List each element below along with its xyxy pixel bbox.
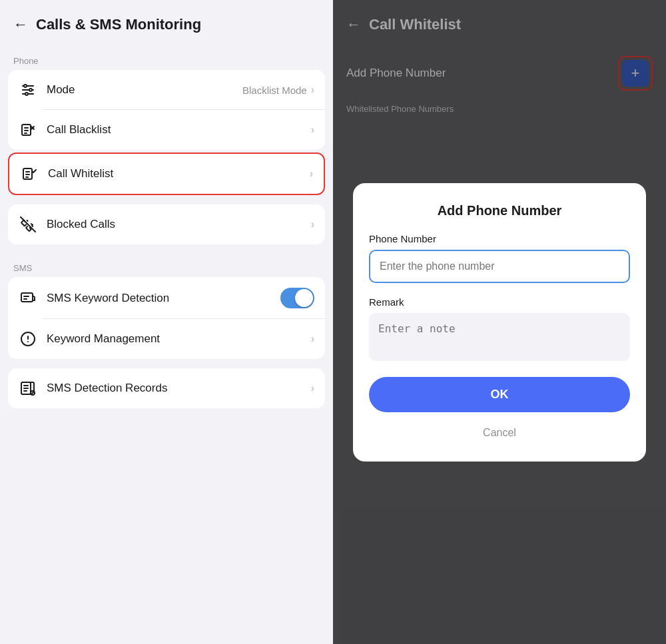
remark-input[interactable] bbox=[369, 313, 630, 361]
cancel-button[interactable]: Cancel bbox=[369, 420, 630, 446]
svg-point-4 bbox=[29, 89, 32, 91]
svg-rect-17 bbox=[21, 293, 33, 302]
left-panel: ← Calls & SMS Monitoring Phone Mode Blac… bbox=[0, 0, 333, 644]
modal-title: Add Phone Number bbox=[369, 203, 630, 218]
modal-overlay: Add Phone Number Phone Number Remark OK … bbox=[333, 0, 666, 644]
call-blacklist-chevron: › bbox=[311, 124, 314, 136]
mode-label: Mode bbox=[47, 83, 242, 97]
sms-keyword-toggle[interactable] bbox=[280, 288, 314, 308]
sidebar-item-call-blacklist[interactable]: Call Blacklist › bbox=[8, 110, 325, 150]
sms-menu-card: SMS Keyword Detection Keyword Management… bbox=[8, 277, 325, 359]
sms-section-label: SMS bbox=[0, 254, 333, 277]
sms-icon bbox=[19, 289, 37, 308]
phone-section-label: Phone bbox=[0, 47, 333, 70]
sms-keyword-label: SMS Keyword Detection bbox=[47, 292, 280, 305]
sms-records-icon bbox=[19, 379, 37, 398]
keyword-mgmt-chevron: › bbox=[311, 333, 314, 345]
sliders-icon bbox=[19, 81, 37, 99]
blocked-calls-card: Blocked Calls › bbox=[8, 204, 325, 244]
blocked-calls-chevron: › bbox=[311, 218, 314, 230]
sidebar-item-mode[interactable]: Mode Blacklist Mode › bbox=[8, 70, 325, 110]
ok-button[interactable]: OK bbox=[369, 377, 630, 412]
left-panel-title: Calls & SMS Monitoring bbox=[36, 16, 201, 33]
remark-field-label: Remark bbox=[369, 296, 630, 308]
sms-records-card: SMS Detection Records › bbox=[8, 368, 325, 408]
phone-off-icon bbox=[19, 215, 37, 234]
right-panel: ← Call Whitelist Add Phone Number + Whit… bbox=[333, 0, 666, 644]
phone-field-label: Phone Number bbox=[369, 233, 630, 244]
back-arrow-left[interactable]: ← bbox=[13, 16, 28, 33]
blocked-calls-label: Blocked Calls bbox=[47, 218, 311, 231]
left-header: ← Calls & SMS Monitoring bbox=[0, 0, 333, 47]
svg-point-3 bbox=[24, 85, 27, 87]
sidebar-item-call-whitelist[interactable]: Call Whitelist › bbox=[8, 153, 325, 195]
phone-number-input[interactable] bbox=[369, 250, 630, 283]
sidebar-item-sms-records[interactable]: SMS Detection Records › bbox=[8, 368, 325, 408]
sidebar-item-keyword-mgmt[interactable]: Keyword Management › bbox=[8, 319, 325, 359]
call-whitelist-label: Call Whitelist bbox=[48, 167, 310, 180]
sms-records-label: SMS Detection Records bbox=[47, 382, 311, 395]
keyword-mgmt-label: Keyword Management bbox=[47, 332, 311, 346]
sidebar-item-blocked-calls[interactable]: Blocked Calls › bbox=[8, 204, 325, 244]
sms-records-chevron: › bbox=[311, 382, 314, 394]
svg-point-5 bbox=[25, 93, 28, 95]
sidebar-item-sms-keyword[interactable]: SMS Keyword Detection bbox=[8, 277, 325, 319]
call-check-icon bbox=[20, 164, 39, 183]
mode-chevron: › bbox=[311, 84, 314, 96]
call-blacklist-label: Call Blacklist bbox=[47, 123, 311, 137]
keyword-icon bbox=[19, 330, 37, 348]
call-block-icon bbox=[19, 121, 37, 139]
add-phone-modal: Add Phone Number Phone Number Remark OK … bbox=[353, 183, 646, 462]
phone-menu-card: Mode Blacklist Mode › Call Blacklist › bbox=[8, 70, 325, 150]
call-whitelist-chevron: › bbox=[310, 168, 313, 180]
mode-value: Blacklist Mode bbox=[242, 85, 307, 96]
